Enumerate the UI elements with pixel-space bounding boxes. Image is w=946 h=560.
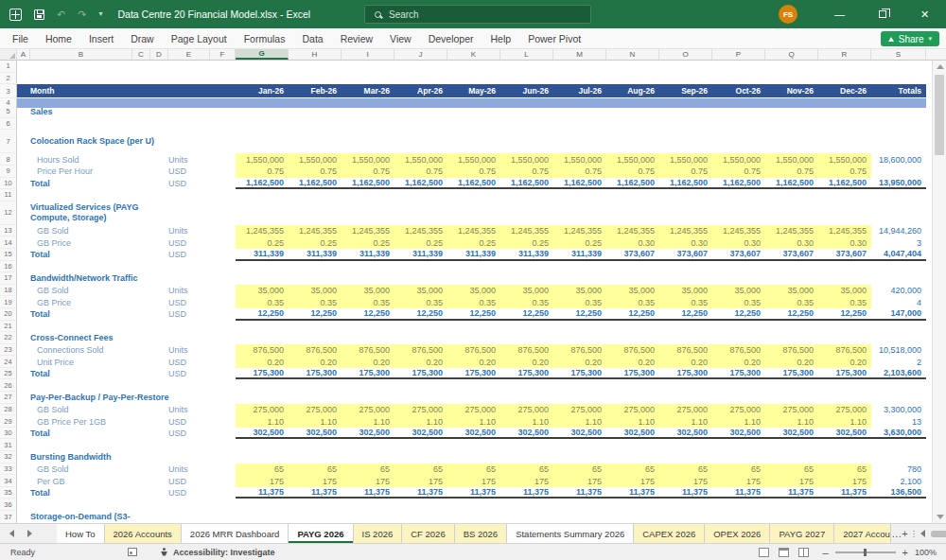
sheet-cell[interactable]: 11,375 bbox=[712, 487, 765, 499]
sheet-nav-left-icon[interactable] bbox=[9, 530, 14, 537]
sheet-cell[interactable]: 1.10 bbox=[289, 415, 342, 428]
sheet-cell-total[interactable]: 3,300,000 bbox=[871, 404, 926, 416]
sheet-cell[interactable]: 175,300 bbox=[236, 368, 289, 380]
row-number-22[interactable]: 22 bbox=[0, 332, 17, 344]
ribbon-tab-insert[interactable]: Insert bbox=[80, 28, 122, 48]
sheet-cell[interactable]: 0.30 bbox=[606, 236, 659, 249]
sheet-cell[interactable]: 302,500 bbox=[500, 428, 553, 440]
sheet-cell[interactable]: 0.25 bbox=[289, 236, 342, 249]
sheet-cell[interactable]: 11,375 bbox=[447, 487, 500, 499]
sheet-cell[interactable]: 175 bbox=[500, 475, 553, 487]
sheet-cell[interactable]: 302,500 bbox=[659, 428, 712, 440]
sheet-cell[interactable]: 302,500 bbox=[394, 428, 447, 440]
sheet-cell[interactable]: 1,550,000 bbox=[236, 153, 289, 166]
vscroll-down-icon[interactable] bbox=[937, 515, 944, 519]
sheet-cell[interactable]: 876,500 bbox=[394, 344, 447, 357]
sheet-cell[interactable]: 175 bbox=[553, 475, 606, 487]
sheet-cell[interactable]: 12,250 bbox=[289, 308, 342, 321]
ribbon-tab-help[interactable]: Help bbox=[482, 28, 520, 48]
sheet-cell[interactable]: 275,000 bbox=[818, 404, 871, 416]
ribbon-tab-view[interactable]: View bbox=[381, 28, 420, 48]
normal-view-icon[interactable] bbox=[759, 548, 769, 557]
sheet-cell[interactable]: 0.20 bbox=[447, 356, 500, 368]
row-number-23[interactable]: 23 bbox=[0, 344, 17, 357]
accessibility-status[interactable]: Accessibility: Investigate bbox=[173, 548, 275, 557]
sheet-cell[interactable]: 302,500 bbox=[447, 428, 500, 440]
sheet-cell[interactable]: 175,300 bbox=[289, 368, 342, 380]
sheet-cell[interactable]: 1.10 bbox=[659, 415, 712, 428]
row-number-7[interactable]: 7 bbox=[0, 130, 17, 153]
sheet-cell[interactable]: 1,162,500 bbox=[553, 178, 606, 190]
tab-overflow-button[interactable]: … bbox=[891, 524, 902, 543]
sheet-tab-cf-2026[interactable]: CF 2026 bbox=[402, 524, 454, 543]
sheet-cell[interactable]: 302,500 bbox=[289, 428, 342, 440]
sheet-cell-total[interactable] bbox=[871, 166, 926, 178]
column-header-B[interactable]: B bbox=[30, 49, 132, 60]
row-number-29[interactable]: 29 bbox=[0, 415, 17, 428]
sheet-cell[interactable]: 0.30 bbox=[765, 236, 818, 249]
sheet-cell[interactable]: 1.10 bbox=[500, 415, 553, 428]
row-number-12[interactable]: 12 bbox=[0, 201, 17, 225]
sheet-cell[interactable]: 311,339 bbox=[342, 249, 394, 261]
sheet-cell[interactable]: 1,245,355 bbox=[659, 225, 712, 237]
sheet-cell[interactable]: 1.10 bbox=[818, 415, 871, 428]
sheet-cell[interactable]: 0.75 bbox=[818, 166, 871, 178]
sheet-cell[interactable]: 1.10 bbox=[765, 415, 818, 428]
excel-app-icon[interactable] bbox=[9, 9, 22, 21]
restore-button[interactable] bbox=[861, 0, 903, 28]
sheet-cell[interactable]: 12,250 bbox=[606, 308, 659, 321]
sheet-tab-bs-2026[interactable]: BS 2026 bbox=[455, 524, 507, 543]
sheet-cell[interactable]: 0.35 bbox=[236, 296, 289, 308]
sheet-cell[interactable]: 175 bbox=[394, 475, 447, 487]
sheet-cell[interactable]: 876,500 bbox=[342, 344, 394, 357]
sheet-cell[interactable]: 1,245,355 bbox=[712, 225, 765, 237]
page-break-view-icon[interactable] bbox=[798, 548, 809, 557]
sheet-cell[interactable]: 175,300 bbox=[659, 368, 712, 380]
sheet-cell[interactable]: 35,000 bbox=[553, 285, 606, 297]
row-number-15[interactable]: 15 bbox=[0, 249, 17, 261]
sheet-cell[interactable]: 311,339 bbox=[447, 249, 500, 261]
search-box[interactable]: Search bbox=[364, 5, 591, 24]
sheet-cell[interactable]: 876,500 bbox=[289, 344, 342, 357]
sheet-cell[interactable]: 1,245,355 bbox=[289, 225, 342, 237]
sheet-cell[interactable]: 1,245,355 bbox=[447, 225, 500, 237]
sheet-cell[interactable]: 0.20 bbox=[342, 356, 394, 368]
sheet-cell[interactable]: 11,375 bbox=[606, 487, 659, 499]
totals-header[interactable]: Totals bbox=[871, 84, 926, 98]
sheet-cell[interactable]: 11,375 bbox=[342, 487, 394, 499]
sheet-cell[interactable]: 0.35 bbox=[342, 296, 394, 308]
ribbon-tab-power-pivot[interactable]: Power Pivot bbox=[519, 28, 589, 48]
row-number-1[interactable]: 1 bbox=[0, 61, 17, 73]
sheet-cell[interactable]: 65 bbox=[818, 464, 871, 476]
sheet-cell[interactable]: 1.10 bbox=[342, 415, 394, 428]
sheet-cell[interactable]: 0.30 bbox=[818, 236, 871, 249]
sheet-cell[interactable]: 0.20 bbox=[712, 356, 765, 368]
row-number-27[interactable]: 27 bbox=[0, 392, 17, 404]
sheet-cell-total[interactable]: 14,944,260 bbox=[871, 225, 926, 237]
zoom-level[interactable]: 100% bbox=[915, 548, 937, 557]
row-number-32[interactable]: 32 bbox=[0, 451, 17, 464]
hscroll-left-icon[interactable] bbox=[920, 530, 925, 537]
month-header-nov-26[interactable]: Nov-26 bbox=[765, 84, 818, 98]
sheet-cell[interactable]: 1,245,355 bbox=[394, 225, 447, 237]
sheet-cell[interactable]: 175 bbox=[342, 475, 394, 487]
month-header-dec-26[interactable]: Dec-26 bbox=[818, 84, 871, 98]
sheet-cell-total[interactable]: 420,000 bbox=[871, 285, 926, 297]
sheet-cell[interactable]: 302,500 bbox=[765, 428, 818, 440]
sheet-cell[interactable]: 11,375 bbox=[659, 487, 712, 499]
sheet-cell[interactable]: 175,300 bbox=[342, 368, 394, 380]
sheet-cell[interactable]: 0.25 bbox=[447, 236, 500, 249]
column-header-K[interactable]: K bbox=[447, 49, 500, 60]
sheet-cell[interactable]: 876,500 bbox=[500, 344, 553, 357]
hscroll-thumb[interactable] bbox=[931, 531, 946, 537]
sheet-cell[interactable]: 12,250 bbox=[818, 308, 871, 321]
ribbon-tab-home[interactable]: Home bbox=[37, 28, 80, 48]
sheet-cell-total[interactable]: 147,000 bbox=[871, 308, 926, 321]
sheet-cell[interactable]: 275,000 bbox=[712, 404, 765, 416]
accessibility-icon[interactable] bbox=[160, 548, 168, 557]
sheet-cell[interactable]: 1,550,000 bbox=[606, 153, 659, 166]
sheet-cell[interactable]: 275,000 bbox=[447, 404, 500, 416]
sheet-cell[interactable]: 12,250 bbox=[500, 308, 553, 321]
row-number-30[interactable]: 30 bbox=[0, 428, 17, 440]
sheet-cell[interactable]: 65 bbox=[712, 464, 765, 476]
